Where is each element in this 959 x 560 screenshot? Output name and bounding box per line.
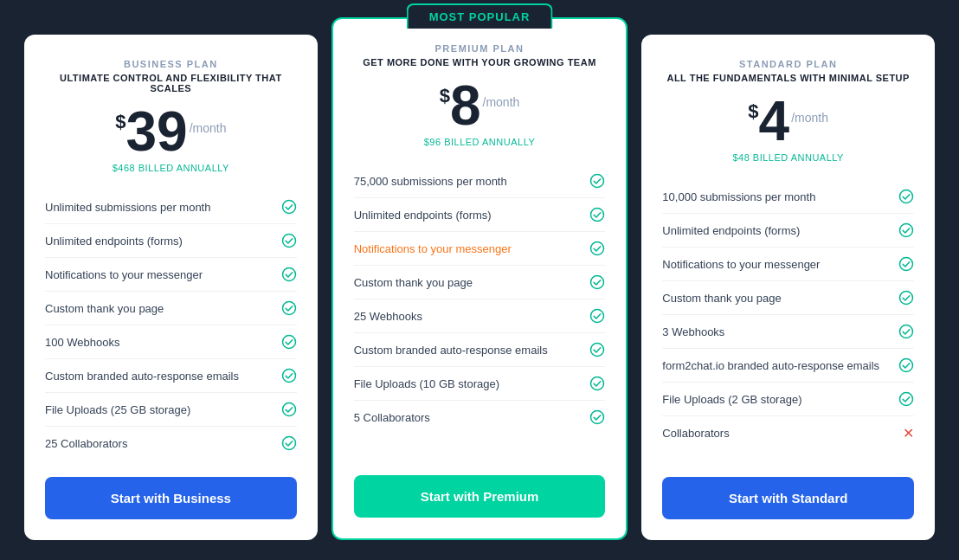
cta-button-standard[interactable]: Start with Standard <box>662 477 914 519</box>
check-icon <box>281 435 297 451</box>
svg-point-7 <box>282 437 295 450</box>
feature-text: Custom thank you page <box>662 292 781 305</box>
price-dollar-standard: $ <box>748 100 758 123</box>
svg-point-2 <box>282 268 295 281</box>
feature-text: Notifications to your messenger <box>662 258 820 271</box>
price-amount-premium: 8 <box>450 78 481 133</box>
feature-text: Unlimited endpoints (forms) <box>354 209 492 222</box>
svg-point-3 <box>282 302 295 315</box>
check-icon <box>898 189 914 204</box>
svg-point-20 <box>900 325 913 338</box>
feature-item: Unlimited endpoints (forms) <box>662 214 914 248</box>
price-row-standard: $ 4 /month <box>662 93 914 149</box>
feature-item: 5 Collaborators <box>354 401 606 434</box>
svg-point-4 <box>282 336 295 349</box>
check-icon <box>281 233 297 248</box>
check-icon <box>281 267 297 282</box>
svg-point-22 <box>900 393 913 406</box>
check-icon <box>281 199 297 215</box>
feature-item: 3 Webhooks <box>662 315 914 349</box>
price-row-business: $ 39 /month <box>45 104 297 159</box>
plan-card-premium: MOST POPULARPREMIUM PLANGET MORE DONE WI… <box>331 17 628 540</box>
cta-button-premium[interactable]: Start with Premium <box>354 475 606 518</box>
svg-point-19 <box>900 292 913 305</box>
check-icon <box>281 402 297 417</box>
svg-point-6 <box>282 403 295 416</box>
plan-tagline-business: ULTIMATE CONTROL AND FLEXIBILITY THAT SC… <box>45 73 297 93</box>
check-icon <box>589 376 605 391</box>
feature-text: 3 Webhooks <box>662 325 724 338</box>
feature-item: Custom thank you page <box>662 281 914 315</box>
price-period-premium: /month <box>483 95 520 109</box>
svg-point-10 <box>591 242 604 255</box>
check-icon <box>281 300 297 316</box>
feature-item: Custom branded auto-response emails <box>45 359 297 393</box>
plan-tagline-standard: ALL THE FUNDAMENTALS WITH MINIMAL SETUP <box>662 73 914 83</box>
check-icon <box>898 391 914 407</box>
cta-button-business[interactable]: Start with Business <box>45 477 297 519</box>
billing-business: $468 BILLED ANNUALLY <box>45 163 297 173</box>
feature-item: 100 Webhooks <box>45 325 297 359</box>
feature-item: Unlimited endpoints (forms) <box>354 198 606 232</box>
feature-text: 10,000 submissions per month <box>662 190 815 203</box>
svg-point-13 <box>591 344 604 357</box>
check-icon <box>589 308 605 324</box>
feature-text: Collaborators <box>662 427 729 440</box>
svg-point-21 <box>900 359 913 372</box>
check-icon <box>281 368 297 383</box>
feature-text: 100 Webhooks <box>45 336 120 349</box>
feature-item: Notifications to your messenger <box>662 248 914 281</box>
feature-item: Notifications to your messenger <box>45 258 297 292</box>
price-dollar-business: $ <box>115 111 126 133</box>
price-period-standard: /month <box>791 111 828 125</box>
billing-premium: $96 BILLED ANNUALLY <box>354 137 606 147</box>
check-icon <box>589 241 605 256</box>
feature-text: Custom thank you page <box>354 276 473 289</box>
feature-text: Custom branded auto-response emails <box>354 344 548 357</box>
svg-point-8 <box>591 175 604 188</box>
svg-point-14 <box>591 377 604 390</box>
feature-item: 75,000 submissions per month <box>354 164 606 198</box>
x-icon: ✕ <box>903 425 914 441</box>
price-period-business: /month <box>190 121 227 135</box>
svg-point-5 <box>282 370 295 383</box>
feature-item: 10,000 submissions per month <box>662 180 914 214</box>
feature-text: 5 Collaborators <box>354 411 430 424</box>
feature-text: 75,000 submissions per month <box>354 175 507 188</box>
feature-item: 25 Webhooks <box>354 299 606 333</box>
plan-name-premium: PREMIUM PLAN <box>354 43 606 54</box>
feature-item: File Uploads (25 GB storage) <box>45 393 297 427</box>
check-icon <box>281 334 297 350</box>
feature-item: Unlimited endpoints (forms) <box>45 224 297 258</box>
price-amount-business: 39 <box>126 104 187 159</box>
feature-item: Custom thank you page <box>45 292 297 325</box>
billing-standard: $48 BILLED ANNUALLY <box>662 152 914 163</box>
plan-tagline-premium: GET MORE DONE WITH YOUR GROWING TEAM <box>354 57 606 68</box>
features-list-premium: 75,000 submissions per month Unlimited e… <box>354 164 606 458</box>
check-icon <box>898 256 914 272</box>
feature-text: Unlimited endpoints (forms) <box>45 235 183 248</box>
price-amount-standard: 4 <box>759 93 790 149</box>
feature-item: Unlimited submissions per month <box>45 190 297 224</box>
check-icon <box>898 357 914 373</box>
features-list-standard: 10,000 submissions per month Unlimited e… <box>662 180 914 460</box>
feature-text: Notifications to your messenger <box>45 268 203 281</box>
feature-text: 25 Collaborators <box>45 437 127 450</box>
feature-item: File Uploads (2 GB storage) <box>662 383 914 416</box>
feature-text: Unlimited submissions per month <box>45 201 210 214</box>
svg-point-0 <box>282 201 295 214</box>
plan-card-business: BUSINESS PLANULTIMATE CONTROL AND FLEXIB… <box>24 35 318 540</box>
feature-text: Unlimited endpoints (forms) <box>662 224 800 237</box>
check-icon <box>589 409 605 425</box>
svg-point-12 <box>591 310 604 323</box>
feature-text: 25 Webhooks <box>354 310 422 323</box>
feature-text: File Uploads (2 GB storage) <box>662 393 801 406</box>
check-icon <box>589 274 605 290</box>
svg-point-15 <box>591 411 604 424</box>
plan-card-standard: STANDARD PLANALL THE FUNDAMENTALS WITH M… <box>641 35 935 540</box>
check-icon <box>589 207 605 222</box>
svg-point-17 <box>900 224 913 237</box>
pricing-container: BUSINESS PLANULTIMATE CONTROL AND FLEXIB… <box>17 17 942 547</box>
feature-item: Custom thank you page <box>354 266 606 299</box>
feature-item: Notifications to your messenger <box>354 232 606 266</box>
